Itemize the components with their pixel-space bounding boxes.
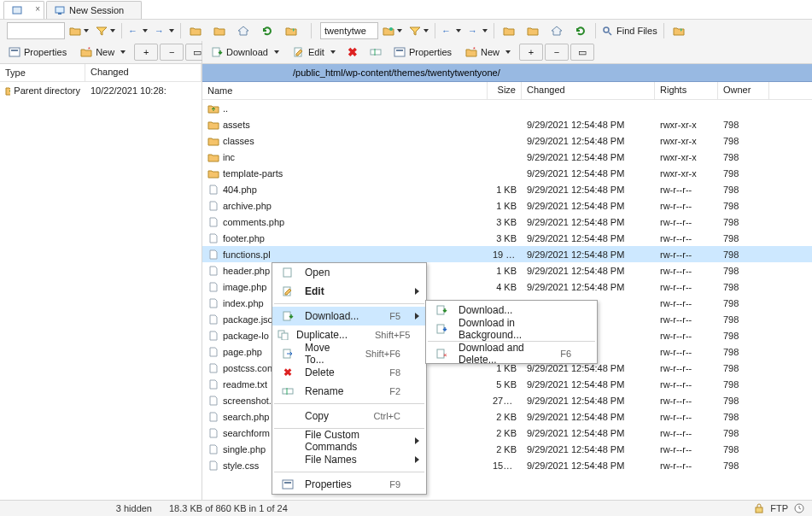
remote-back-button[interactable]: ← — [439, 22, 464, 39]
svg-text:*: * — [88, 47, 91, 52]
delete-button[interactable]: ✖ — [342, 44, 363, 61]
sub-download-delete[interactable]: × Download and Delete... F6 — [426, 344, 597, 363]
remote-filter-button[interactable] — [406, 22, 431, 39]
table-row[interactable]: classes9/29/2021 12:54:48 PMrwxr-xr-x798 — [202, 132, 812, 149]
remote-address-input[interactable]: twentytwe — [320, 22, 378, 39]
ctx-duplicate[interactable]: Duplicate... Shift+F5 — [272, 325, 426, 344]
table-row[interactable]: .. — [202, 100, 812, 116]
table-row[interactable]: comments.php3 KB9/29/2021 12:54:48 PMrw-… — [202, 214, 812, 230]
remote-plus-button[interactable]: + — [519, 44, 543, 61]
bookmark-button[interactable] — [280, 22, 302, 39]
navigation-toolbar: ← → twentytwe ← → Find Files — [0, 20, 812, 43]
col-changed[interactable]: Changed — [522, 82, 655, 99]
remote-parent-folder-button[interactable] — [498, 22, 520, 39]
remote-refresh-button[interactable] — [570, 22, 592, 39]
back-button[interactable]: ← — [126, 22, 150, 39]
ctx-properties[interactable]: Properties F9 — [272, 475, 426, 494]
svg-text:*: * — [473, 47, 476, 52]
rename-button[interactable] — [365, 44, 387, 61]
properties-icon — [277, 479, 298, 490]
local-minus-button[interactable]: − — [160, 44, 184, 61]
ctx-moveto[interactable]: Move To... Shift+F6 — [272, 344, 426, 363]
svg-rect-22 — [284, 482, 291, 484]
edit-button[interactable]: Edit — [288, 44, 341, 61]
session-tab-active[interactable]: × — [3, 1, 44, 19]
local-columns: Type Changed — [0, 64, 202, 82]
svg-rect-24 — [437, 325, 444, 333]
svg-rect-0 — [13, 7, 21, 14]
remote-properties-button[interactable]: Properties — [388, 44, 457, 61]
properties-icon — [394, 47, 406, 57]
separator — [274, 472, 424, 472]
ctx-rename[interactable]: Rename F2 — [272, 382, 426, 401]
session-tab-new[interactable]: New Session — [46, 1, 142, 19]
edit-icon — [293, 47, 305, 57]
table-row[interactable]: inc9/29/2021 12:54:48 PMrwxr-xr-x798 — [202, 149, 812, 165]
local-file-list[interactable]: Parent directory10/22/2021 10:28: — [0, 82, 202, 501]
home-button[interactable] — [232, 22, 254, 39]
svg-rect-20 — [283, 389, 293, 394]
clock-icon — [793, 502, 805, 514]
remote-new-button[interactable]: * New — [460, 44, 516, 61]
filter-button[interactable] — [93, 22, 118, 39]
remote-path[interactable]: /public_html/wp-content/themes/twentytwe… — [202, 64, 812, 82]
root-folder-button[interactable] — [208, 22, 231, 39]
open-folder-button[interactable] — [67, 22, 91, 39]
col-rights[interactable]: Rights — [655, 82, 718, 99]
ctx-download[interactable]: Download... F5 — [272, 307, 426, 325]
remote-select-button[interactable]: ▭ — [570, 44, 594, 61]
svg-point-4 — [604, 27, 609, 32]
local-actionbar: Properties * New + − ▭ — [0, 41, 202, 64]
remote-minus-button[interactable]: − — [545, 44, 569, 61]
open-icon — [277, 267, 298, 278]
remote-home-button[interactable] — [546, 22, 568, 39]
sub-download-background[interactable]: Download in Background... — [426, 320, 597, 338]
table-row[interactable]: 404.php1 KB9/29/2021 12:54:48 PMrw-r--r-… — [202, 181, 812, 197]
table-row[interactable]: assets9/29/2021 12:54:48 PMrwxr-xr-x798 — [202, 116, 812, 132]
table-row[interactable]: functions.pl19 KB9/29/2021 12:54:48 PMrw… — [202, 246, 812, 262]
local-plus-button[interactable]: + — [134, 44, 158, 61]
remote-open-folder-button[interactable] — [380, 22, 405, 39]
ctx-filenames[interactable]: File Names — [272, 450, 426, 469]
table-row[interactable]: template-parts9/29/2021 12:54:48 PMrwxr-… — [202, 165, 812, 181]
forward-button[interactable]: → — [152, 22, 177, 39]
table-row[interactable]: archive.php1 KB9/29/2021 12:54:48 PMrw-r… — [202, 197, 812, 214]
local-address-input[interactable] — [7, 22, 65, 39]
tab-label-1: New Session — [69, 5, 124, 15]
new-icon: * — [465, 47, 477, 57]
local-new-button[interactable]: * New — [75, 44, 131, 61]
local-pane: Properties * New + − ▭ Type Changed Pare… — [0, 41, 202, 501]
col-type[interactable]: Type — [0, 64, 85, 81]
delete-icon: ✖ — [277, 366, 298, 378]
col-changed[interactable]: Changed — [85, 64, 202, 81]
refresh-button[interactable] — [256, 22, 278, 39]
local-properties-button[interactable]: Properties — [3, 44, 72, 61]
svg-rect-10 — [371, 50, 381, 55]
parent-folder-button[interactable] — [184, 22, 207, 39]
svg-rect-14 — [283, 268, 291, 277]
list-item[interactable]: Parent directory10/22/2021 10:28: — [0, 82, 202, 98]
col-name[interactable]: Name — [202, 82, 488, 99]
col-size[interactable]: Size — [488, 82, 522, 99]
status-hidden: 3 hidden — [7, 503, 152, 513]
ctx-edit[interactable]: Edit — [272, 282, 426, 301]
col-owner[interactable]: Owner — [718, 82, 769, 99]
remote-root-folder-button[interactable] — [522, 22, 544, 39]
remote-forward-button[interactable]: → — [465, 22, 490, 39]
remote-columns: Name Size Changed Rights Owner — [202, 82, 812, 100]
ctx-custom-commands[interactable]: File Custom Commands — [272, 431, 426, 450]
new-icon: * — [80, 47, 92, 57]
session-tabs: × New Session — [0, 0, 812, 20]
find-files-button[interactable]: Find Files — [599, 22, 660, 39]
ctx-copy[interactable]: Copy Ctrl+C — [272, 407, 426, 425]
ctx-open[interactable]: Open — [272, 263, 426, 282]
table-row[interactable]: footer.php3 KB9/29/2021 12:54:48 PMrw-r-… — [202, 230, 812, 246]
ctx-delete[interactable]: ✖ Delete F8 — [272, 363, 426, 382]
remote-bookmark-button[interactable] — [668, 22, 690, 39]
download-button[interactable]: Download — [206, 44, 284, 61]
close-icon[interactable]: × — [35, 4, 40, 14]
svg-rect-18 — [282, 333, 288, 340]
svg-point-3 — [389, 27, 393, 31]
svg-rect-23 — [437, 306, 444, 314]
svg-text:×: × — [443, 351, 447, 359]
